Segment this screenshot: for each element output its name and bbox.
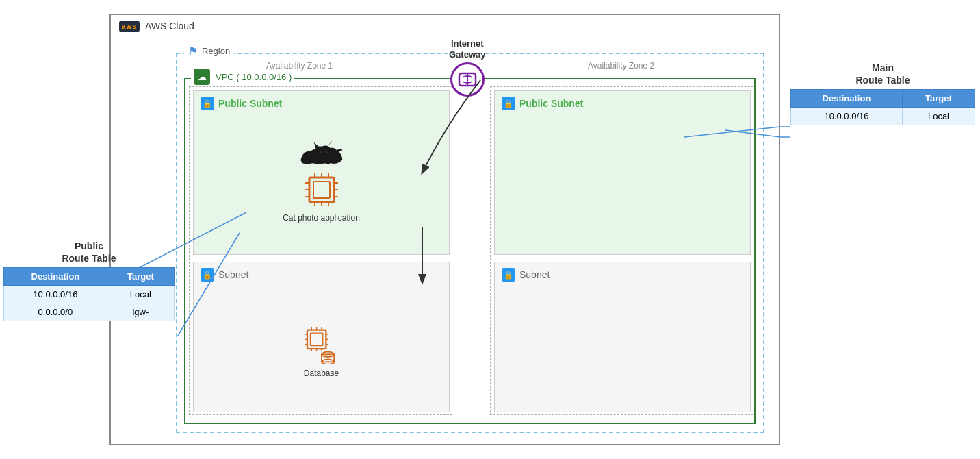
public-route-table-title: Public Route Table [3, 240, 175, 264]
app-area: Cat photo application [194, 116, 449, 246]
subnet-lock-icon-right: 🔒 [502, 97, 515, 110]
db-label: Database [304, 369, 339, 378]
igw-label: InternetGateway [449, 38, 485, 60]
main-row1-dest: 10.0.0.0/16 [791, 108, 903, 125]
az2-label: Availability Zone 2 [588, 61, 654, 71]
app-label: Cat photo application [283, 213, 360, 223]
public-route-table-grid: Destination Target 10.0.0.0/16 Local 0.0… [3, 267, 175, 321]
public-row2-target: igw- [107, 303, 174, 321]
db-icon [302, 327, 340, 364]
region-header: ⚑ Region [184, 45, 234, 58]
cpu-icon [301, 169, 342, 210]
public-target-header: Target [107, 268, 174, 286]
public-dest-header: Destination [4, 268, 107, 286]
az-left: 🔒 Public Subnet [189, 86, 452, 415]
main-dest-header: Destination [791, 90, 903, 108]
public-subnet-left-label: Public Subnet [218, 98, 282, 109]
svg-point-5 [325, 151, 328, 154]
aws-logo: aws [119, 21, 140, 32]
aws-cloud-label: AWS Cloud [145, 21, 194, 32]
private-subnet-left-label: Subnet [218, 269, 248, 280]
vpc-label: VPC ( 10.0.0.0/16 ) [216, 72, 292, 82]
public-route-row-1: 10.0.0.0/16 Local [4, 286, 175, 303]
private-subnet-left: 🔒 Subnet [193, 262, 450, 412]
subnet-lock-icon-left: 🔒 [201, 97, 214, 110]
igw-icon [450, 62, 485, 97]
igw-container: InternetGateway [449, 38, 485, 97]
region-label: Region [202, 46, 230, 56]
public-row2-dest: 0.0.0.0/0 [4, 303, 107, 321]
vpc-icon: ☁ [194, 69, 210, 85]
subnet-lock-icon-priv-left: 🔒 [201, 268, 214, 282]
aws-cloud-container: aws AWS Cloud ⚑ Region Availability Zone… [109, 14, 780, 445]
private-subnet-right-label: Subnet [519, 269, 550, 280]
main-route-table-grid: Destination Target 10.0.0.0/16 Local [790, 89, 975, 125]
public-subnet-left: 🔒 Public Subnet [193, 90, 450, 255]
aws-header: aws AWS Cloud [111, 15, 779, 37]
main-route-table-title: Main Route Table [790, 62, 975, 86]
private-subnet-right-header: 🔒 Subnet [495, 262, 750, 287]
private-subnet-left-header: 🔒 Subnet [194, 262, 449, 287]
private-subnet-right: 🔒 Subnet [494, 262, 751, 412]
vpc-box: ☁ VPC ( 10.0.0.0/16 ) InternetGateway [184, 78, 756, 424]
public-route-row-2: 0.0.0.0/0 igw- [4, 303, 175, 321]
region-flag-icon: ⚑ [188, 45, 198, 58]
main-route-row-1: 10.0.0.0/16 Local [791, 108, 975, 125]
public-subnet-left-header: 🔒 Public Subnet [194, 91, 449, 116]
svg-rect-7 [313, 182, 330, 198]
cat-icon [298, 139, 346, 166]
public-subnet-right: 🔒 Public Subnet [494, 90, 751, 255]
svg-rect-21 [310, 333, 322, 345]
region-box: ⚑ Region Availability Zone 1 Availabilit… [176, 53, 764, 433]
svg-point-4 [319, 151, 322, 154]
subnet-lock-icon-priv-right: 🔒 [502, 268, 515, 282]
public-subnet-right-header: 🔒 Public Subnet [495, 91, 750, 116]
db-area: Database [194, 287, 449, 417]
az-right: 🔒 Public Subnet 🔒 Subnet [490, 86, 753, 415]
public-row1-target: Local [107, 286, 174, 303]
public-row1-dest: 10.0.0.0/16 [4, 286, 107, 303]
main-target-header: Target [902, 90, 975, 108]
main-route-table: Main Route Table Destination Target 10.0… [790, 62, 975, 125]
public-route-table: Public Route Table Destination Target 10… [3, 240, 175, 321]
vpc-header: ☁ VPC ( 10.0.0.0/16 ) [191, 69, 294, 85]
main-row1-target: Local [902, 108, 975, 125]
public-subnet-right-label: Public Subnet [519, 98, 583, 109]
